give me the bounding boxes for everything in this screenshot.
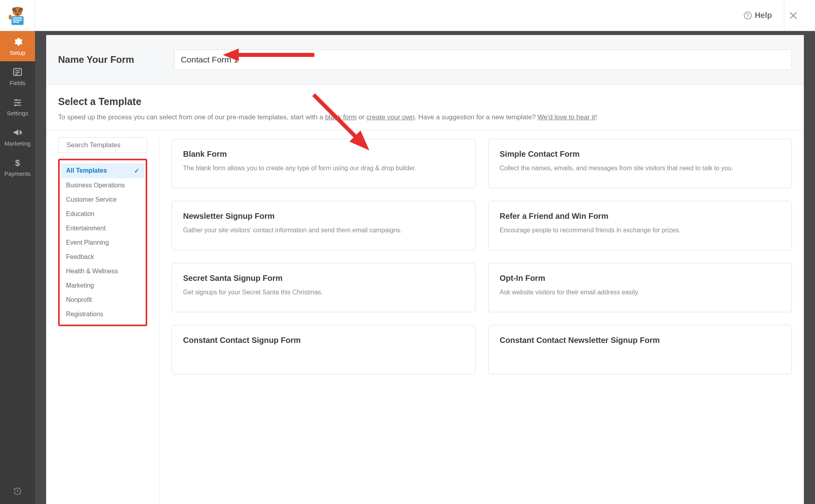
card-desc: Ask website visitors for their email add…: [500, 288, 781, 297]
card-title: Simple Contact Form: [500, 150, 781, 159]
template-card-refer-friend[interactable]: Refer a Friend and Win Form Encourage pe…: [488, 201, 792, 250]
svg-point-18: [18, 101, 19, 103]
template-card-secret-santa[interactable]: Secret Santa Signup Form Get signups for…: [172, 263, 476, 312]
sidebar-item-label: Payments: [4, 170, 31, 177]
history-icon: [13, 487, 22, 496]
search-box[interactable]: [58, 137, 147, 153]
card-desc: The blank form allows you to create any …: [183, 163, 464, 173]
category-item-all[interactable]: All Templates✓: [61, 163, 144, 178]
sidebar-item-label: Setup: [10, 49, 25, 56]
card-title: Constant Contact Newsletter Signup Form: [500, 336, 781, 345]
category-item[interactable]: Health & Wellness: [61, 264, 144, 278]
sidebar-item-label: Marketing: [4, 140, 31, 147]
svg-rect-7: [13, 18, 22, 19]
suggestion-link[interactable]: We'd love to hear it: [538, 113, 595, 121]
category-item[interactable]: Customer Service: [61, 193, 144, 207]
card-desc: Get signups for your Secret Santa this C…: [183, 288, 464, 297]
help-label: Help: [755, 11, 772, 20]
name-row: Name Your Form: [46, 35, 804, 85]
sidebar-item-label: Settings: [7, 110, 28, 117]
main: Name Your Form Select a Template To spee…: [35, 31, 815, 504]
svg-point-3: [15, 11, 16, 12]
card-title: Opt-In Form: [500, 274, 781, 283]
category-item[interactable]: Business Operations: [61, 178, 144, 193]
card-title: Newsletter Signup Form: [183, 212, 464, 221]
card-title: Constant Contact Signup Form: [183, 336, 464, 345]
close-button[interactable]: [784, 0, 803, 31]
template-card-blank[interactable]: Blank Form The blank form allows you to …: [172, 139, 476, 188]
template-title: Select a Template: [58, 96, 792, 107]
form-icon: [12, 67, 23, 77]
create-own-link[interactable]: create your own: [367, 113, 415, 121]
dollar-icon: $: [12, 158, 23, 168]
logo[interactable]: [0, 0, 35, 31]
svg-point-20: [14, 104, 16, 106]
category-item[interactable]: Entertainment: [61, 221, 144, 235]
card-title: Secret Santa Signup Form: [183, 274, 464, 283]
check-icon: ✓: [134, 167, 139, 175]
blank-form-link[interactable]: blank form: [325, 113, 357, 121]
category-list: All Templates✓ Business Operations Custo…: [58, 159, 147, 326]
category-item[interactable]: Education: [61, 207, 144, 221]
template-header: Select a Template To speed up the proces…: [46, 85, 804, 130]
template-description: To speed up the process you can select f…: [58, 112, 792, 123]
svg-rect-8: [13, 19, 22, 21]
template-card-optin[interactable]: Opt-In Form Ask website visitors for the…: [488, 263, 792, 312]
sidebar-item-payments[interactable]: $ Payments: [0, 152, 35, 182]
card-desc: Encourage people to recommend friends in…: [500, 226, 781, 235]
svg-point-5: [16, 13, 18, 14]
card-desc: Gather your site visitors' contact infor…: [183, 226, 464, 235]
help-icon: ?: [744, 12, 752, 19]
template-card-newsletter[interactable]: Newsletter Signup Form Gather your site …: [172, 201, 476, 250]
sliders-icon: [12, 97, 23, 107]
svg-point-16: [16, 99, 17, 101]
category-sidebar: All Templates✓ Business Operations Custo…: [58, 137, 147, 504]
name-label: Name Your Form: [58, 54, 134, 65]
template-grid: Blank Form The blank form allows you to …: [159, 137, 792, 504]
bullhorn-icon: [12, 127, 23, 138]
template-card-cc-signup[interactable]: Constant Contact Signup Form: [172, 325, 476, 374]
sidebar-item-label: Fields: [10, 80, 25, 86]
close-icon: [788, 10, 799, 21]
card-title: Refer a Friend and Win Form: [500, 212, 781, 221]
sidebar-item-settings[interactable]: Settings: [0, 91, 35, 122]
category-item[interactable]: Feedback: [61, 250, 144, 264]
sidebar-item-marketing[interactable]: Marketing: [0, 122, 35, 152]
template-card-simple-contact[interactable]: Simple Contact Form Collect the names, e…: [488, 139, 792, 188]
wpforms-logo-icon: [7, 5, 28, 26]
sidebar-item-fields[interactable]: Fields: [0, 61, 35, 91]
category-item[interactable]: Nonprofit: [61, 293, 144, 307]
topbar: ? Help: [0, 0, 815, 31]
svg-rect-9: [13, 21, 19, 23]
card-title: Blank Form: [183, 150, 464, 159]
template-card-cc-newsletter[interactable]: Constant Contact Newsletter Signup Form: [488, 325, 792, 374]
gear-icon: [12, 37, 23, 47]
svg-text:$: $: [15, 158, 20, 167]
search-input[interactable]: [66, 141, 151, 149]
help-link[interactable]: ? Help: [744, 11, 772, 20]
sidebar: Setup Fields Settings Marketing $ Paymen…: [0, 31, 35, 504]
svg-point-4: [18, 11, 19, 12]
svg-rect-10: [9, 15, 12, 19]
category-item[interactable]: Registrations: [61, 307, 144, 321]
card-desc: Collect the names, emails, and messages …: [500, 163, 781, 173]
sidebar-history[interactable]: [0, 479, 35, 504]
category-item[interactable]: Event Planning: [61, 235, 144, 250]
form-name-input[interactable]: [174, 49, 792, 70]
category-item[interactable]: Marketing: [61, 278, 144, 293]
sidebar-item-setup[interactable]: Setup: [0, 31, 35, 61]
